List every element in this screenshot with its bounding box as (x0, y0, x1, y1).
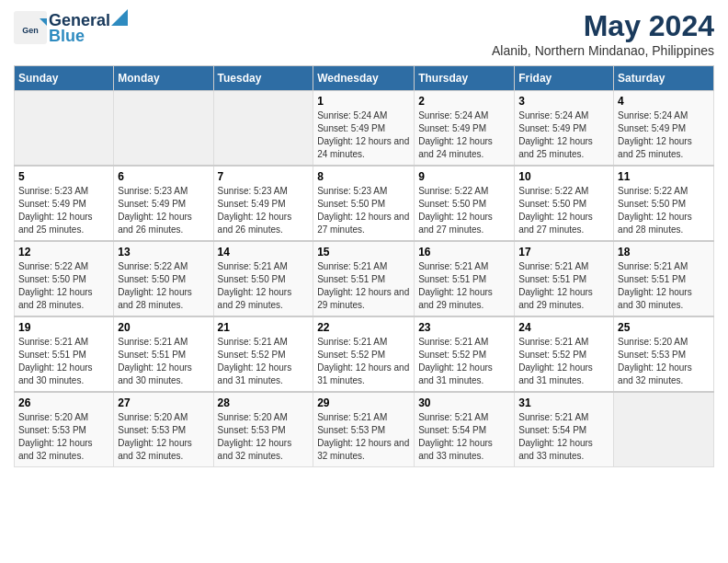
calendar-cell: 26Sunrise: 5:20 AMSunset: 5:53 PMDayligh… (15, 392, 114, 467)
calendar-cell: 8Sunrise: 5:23 AMSunset: 5:50 PMDaylight… (313, 166, 415, 241)
calendar-cell: 28Sunrise: 5:20 AMSunset: 5:53 PMDayligh… (213, 392, 313, 467)
calendar-week-row: 1Sunrise: 5:24 AMSunset: 5:49 PMDaylight… (15, 91, 714, 167)
day-info: Sunrise: 5:21 AMSunset: 5:51 PMDaylight:… (118, 336, 209, 387)
header-thursday: Thursday (415, 66, 515, 91)
header-wednesday: Wednesday (313, 66, 415, 91)
day-info: Sunrise: 5:21 AMSunset: 5:51 PMDaylight:… (418, 260, 510, 312)
calendar-cell: 19Sunrise: 5:21 AMSunset: 5:51 PMDayligh… (15, 316, 114, 392)
day-info: Sunrise: 5:24 AMSunset: 5:49 PMDaylight:… (518, 109, 609, 161)
day-number: 27 (118, 396, 209, 409)
calendar-cell: 6Sunrise: 5:23 AMSunset: 5:49 PMDaylight… (114, 166, 213, 241)
day-number: 19 (18, 321, 109, 334)
svg-marker-3 (111, 9, 128, 26)
title-section: May 2024 Alanib, Northern Mindanao, Phil… (492, 9, 714, 58)
calendar-cell (614, 392, 714, 467)
day-info: Sunrise: 5:22 AMSunset: 5:50 PMDaylight:… (418, 185, 510, 236)
calendar-cell (114, 91, 213, 167)
calendar-cell: 25Sunrise: 5:20 AMSunset: 5:53 PMDayligh… (614, 316, 714, 392)
day-info: Sunrise: 5:20 AMSunset: 5:53 PMDaylight:… (618, 336, 710, 387)
calendar-week-row: 26Sunrise: 5:20 AMSunset: 5:53 PMDayligh… (15, 392, 714, 467)
calendar-header-row: SundayMondayTuesdayWednesdayThursdayFrid… (15, 66, 714, 91)
day-info: Sunrise: 5:21 AMSunset: 5:51 PMDaylight:… (317, 260, 410, 312)
svg-text:Gen: Gen (22, 26, 39, 35)
header-saturday: Saturday (614, 66, 714, 91)
day-info: Sunrise: 5:21 AMSunset: 5:51 PMDaylight:… (18, 336, 109, 387)
day-number: 4 (618, 95, 710, 108)
calendar-cell: 12Sunrise: 5:22 AMSunset: 5:50 PMDayligh… (15, 241, 114, 316)
day-info: Sunrise: 5:20 AMSunset: 5:53 PMDaylight:… (118, 411, 209, 463)
calendar-cell: 31Sunrise: 5:21 AMSunset: 5:54 PMDayligh… (515, 392, 614, 467)
day-number: 28 (218, 396, 310, 409)
page-subtitle: Alanib, Northern Mindanao, Philippines (492, 43, 714, 58)
calendar-cell: 30Sunrise: 5:21 AMSunset: 5:54 PMDayligh… (415, 392, 515, 467)
day-info: Sunrise: 5:23 AMSunset: 5:50 PMDaylight:… (317, 185, 410, 236)
calendar-cell: 5Sunrise: 5:23 AMSunset: 5:49 PMDaylight… (15, 166, 114, 241)
day-info: Sunrise: 5:21 AMSunset: 5:53 PMDaylight:… (317, 411, 410, 463)
calendar-cell: 16Sunrise: 5:21 AMSunset: 5:51 PMDayligh… (415, 241, 515, 316)
day-info: Sunrise: 5:21 AMSunset: 5:52 PMDaylight:… (518, 336, 609, 387)
day-number: 3 (518, 95, 609, 108)
day-number: 31 (518, 396, 609, 409)
day-number: 25 (618, 321, 710, 334)
day-info: Sunrise: 5:22 AMSunset: 5:50 PMDaylight:… (118, 260, 209, 312)
day-info: Sunrise: 5:21 AMSunset: 5:54 PMDaylight:… (518, 411, 609, 463)
day-number: 29 (317, 396, 410, 409)
page-header: Gen General Blue May 2024 Alanib, Northe… (14, 9, 714, 58)
calendar-cell: 22Sunrise: 5:21 AMSunset: 5:52 PMDayligh… (313, 316, 415, 392)
day-number: 24 (518, 321, 609, 334)
day-info: Sunrise: 5:20 AMSunset: 5:53 PMDaylight:… (218, 411, 310, 463)
calendar-cell: 7Sunrise: 5:23 AMSunset: 5:49 PMDaylight… (213, 166, 313, 241)
header-tuesday: Tuesday (213, 66, 313, 91)
day-info: Sunrise: 5:22 AMSunset: 5:50 PMDaylight:… (518, 185, 609, 236)
day-info: Sunrise: 5:21 AMSunset: 5:54 PMDaylight:… (418, 411, 510, 463)
day-number: 6 (118, 170, 209, 183)
day-number: 5 (18, 170, 109, 183)
day-number: 1 (317, 95, 410, 108)
logo: Gen General Blue (14, 9, 129, 46)
day-number: 14 (218, 246, 310, 259)
day-number: 30 (418, 396, 510, 409)
day-info: Sunrise: 5:23 AMSunset: 5:49 PMDaylight:… (118, 185, 209, 236)
calendar-cell: 13Sunrise: 5:22 AMSunset: 5:50 PMDayligh… (114, 241, 213, 316)
day-info: Sunrise: 5:24 AMSunset: 5:49 PMDaylight:… (317, 109, 410, 161)
calendar-cell: 9Sunrise: 5:22 AMSunset: 5:50 PMDaylight… (415, 166, 515, 241)
day-info: Sunrise: 5:21 AMSunset: 5:52 PMDaylight:… (218, 336, 310, 387)
calendar-cell: 10Sunrise: 5:22 AMSunset: 5:50 PMDayligh… (515, 166, 614, 241)
day-number: 18 (618, 246, 710, 259)
day-info: Sunrise: 5:24 AMSunset: 5:49 PMDaylight:… (418, 109, 510, 161)
day-number: 10 (518, 170, 609, 183)
day-info: Sunrise: 5:21 AMSunset: 5:51 PMDaylight:… (518, 260, 609, 312)
day-number: 21 (218, 321, 310, 334)
day-info: Sunrise: 5:23 AMSunset: 5:49 PMDaylight:… (218, 185, 310, 236)
day-number: 23 (418, 321, 510, 334)
calendar-cell (15, 91, 114, 167)
calendar-cell: 3Sunrise: 5:24 AMSunset: 5:49 PMDaylight… (515, 91, 614, 167)
header-sunday: Sunday (15, 66, 114, 91)
calendar-cell: 24Sunrise: 5:21 AMSunset: 5:52 PMDayligh… (515, 316, 614, 392)
calendar-cell: 27Sunrise: 5:20 AMSunset: 5:53 PMDayligh… (114, 392, 213, 467)
day-number: 26 (18, 396, 109, 409)
calendar-cell (213, 91, 313, 167)
calendar-cell: 15Sunrise: 5:21 AMSunset: 5:51 PMDayligh… (313, 241, 415, 316)
day-number: 22 (317, 321, 410, 334)
calendar-cell: 4Sunrise: 5:24 AMSunset: 5:49 PMDaylight… (614, 91, 714, 167)
day-info: Sunrise: 5:21 AMSunset: 5:52 PMDaylight:… (418, 336, 510, 387)
day-number: 15 (317, 246, 410, 259)
day-info: Sunrise: 5:23 AMSunset: 5:49 PMDaylight:… (18, 185, 109, 236)
calendar-cell: 20Sunrise: 5:21 AMSunset: 5:51 PMDayligh… (114, 316, 213, 392)
calendar-cell: 21Sunrise: 5:21 AMSunset: 5:52 PMDayligh… (213, 316, 313, 392)
calendar-week-row: 12Sunrise: 5:22 AMSunset: 5:50 PMDayligh… (15, 241, 714, 316)
calendar-week-row: 5Sunrise: 5:23 AMSunset: 5:49 PMDaylight… (15, 166, 714, 241)
calendar-week-row: 19Sunrise: 5:21 AMSunset: 5:51 PMDayligh… (15, 316, 714, 392)
calendar-cell: 1Sunrise: 5:24 AMSunset: 5:49 PMDaylight… (313, 91, 415, 167)
calendar-cell: 11Sunrise: 5:22 AMSunset: 5:50 PMDayligh… (614, 166, 714, 241)
day-number: 13 (118, 246, 209, 259)
logo-icon: Gen (14, 11, 47, 44)
calendar-cell: 23Sunrise: 5:21 AMSunset: 5:52 PMDayligh… (415, 316, 515, 392)
day-number: 9 (418, 170, 510, 183)
day-info: Sunrise: 5:21 AMSunset: 5:52 PMDaylight:… (317, 336, 410, 387)
header-friday: Friday (515, 66, 614, 91)
day-number: 20 (118, 321, 209, 334)
calendar-table: SundayMondayTuesdayWednesdayThursdayFrid… (14, 65, 714, 467)
calendar-cell: 2Sunrise: 5:24 AMSunset: 5:49 PMDaylight… (415, 91, 515, 167)
